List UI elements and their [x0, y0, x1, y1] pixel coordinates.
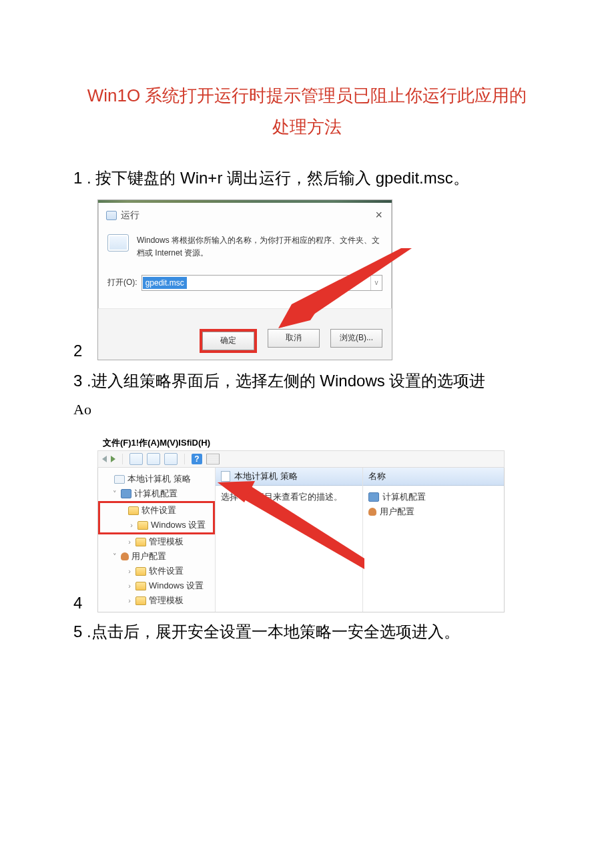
ok-button[interactable]: 确定 [202, 332, 254, 350]
list-header: 名称 [363, 468, 504, 486]
open-input-value: gpedit.msc [143, 277, 187, 289]
annotation-highlight-box: 软件设置 › Windows 设置 [98, 501, 215, 534]
chevron-down-icon[interactable]: v [370, 276, 382, 290]
expand-icon[interactable]: › [126, 567, 133, 575]
list-item-computer-config[interactable]: 计算机配置 [368, 490, 499, 504]
cancel-button[interactable]: 取消 [268, 329, 320, 348]
step-1-num: 1 [73, 169, 82, 187]
doc-icon [221, 471, 230, 482]
browse-button[interactable]: 浏览(B)... [330, 329, 382, 348]
toolbar-separator [122, 454, 123, 464]
tree-computer-config-label: 计算机配置 [134, 488, 178, 500]
figure-1-row: 2 运行 × Windows 将根据你所输入的名称，为你打开相应的程序、文件夹、… [73, 199, 541, 360]
expand-icon[interactable]: › [126, 538, 133, 546]
gpedit-toolbar: ? [97, 450, 505, 468]
tree-windows-settings-1-label: Windows 设置 [151, 519, 206, 531]
step-3-sub: Ao [73, 401, 541, 418]
tree-software-settings-2[interactable]: › 软件设置 [98, 564, 215, 578]
step-1: 1 . 按下键盘的 Win+r 调出运行，然后输入 gpedit.msc。 [73, 163, 541, 193]
gpedit-panes: 本地计算机 策略 ˅ 计算机配置 软件设置 [97, 468, 505, 612]
tree-windows-settings-1[interactable]: › Windows 设置 [100, 518, 213, 532]
run-program-icon [107, 234, 129, 252]
step-3-num: 3 [73, 372, 82, 390]
tree-admin-templates-2-label: 管理模板 [149, 594, 184, 606]
figure-2-row: 4 文件(F)1!作(A)M(V)ISfiD(H) ? [73, 437, 541, 612]
run-dialog: 运行 × Windows 将根据你所输入的名称，为你打开相应的程序、文件夹、文档… [97, 199, 392, 360]
collapse-icon[interactable]: ˅ [111, 552, 118, 561]
step-4-num: 4 [73, 594, 97, 612]
tree-user-config-label: 用户配置 [131, 550, 166, 562]
run-button-row: 确定 取消 浏览(B)... [98, 308, 392, 360]
tree-computer-config[interactable]: ˅ 计算机配置 [98, 486, 215, 501]
step-1-text: . 按下键盘的 Win+r 调出运行，然后输入 gpedit.msc。 [82, 169, 469, 187]
gpedit-detail-pane: 本地计算机 策略 选择一个项目来查看它的描述。 [215, 468, 362, 612]
tree-admin-templates-1-label: 管理模板 [149, 536, 184, 548]
toolbar-button-1[interactable] [129, 453, 143, 465]
collapse-icon[interactable]: ˅ [111, 490, 118, 498]
list-item-user-config-label: 用户配置 [380, 506, 414, 518]
toolbar-separator-2 [184, 454, 185, 464]
gpedit-list-pane: 名称 计算机配置 用户配置 [362, 468, 504, 612]
document-page: Win1O 系统打开运行时提示管理员已阻止你运行此应用的 处理方法 1 . 按下… [0, 0, 614, 647]
list-item-user-config[interactable]: 用户配置 [368, 504, 499, 519]
user-icon [121, 552, 129, 560]
folder-icon [128, 506, 139, 515]
help-icon[interactable]: ? [192, 454, 202, 464]
tree-admin-templates-2[interactable]: › 管理模板 [98, 593, 215, 608]
gpedit-menubar: 文件(F)1!作(A)M(V)ISfiD(H) [97, 437, 505, 449]
folder-icon [135, 567, 146, 576]
folder-icon [135, 538, 146, 546]
run-open-row: 打开(O): gpedit.msc v [107, 275, 382, 291]
step-5-num: 5 [73, 622, 82, 640]
toolbar-button-3[interactable] [164, 453, 178, 465]
step-5: 5 .点击后，展开安全设置一本地策略一安全选项进入。 [73, 616, 541, 647]
list-item-computer-config-label: 计算机配置 [382, 491, 426, 503]
back-icon[interactable] [102, 456, 107, 462]
run-dialog-desc-row: Windows 将根据你所输入的名称，为你打开相应的程序、文件夹、文档或 Int… [107, 234, 382, 260]
folder-icon [135, 582, 146, 590]
tree-admin-templates-1[interactable]: › 管理模板 [98, 534, 215, 549]
expand-icon[interactable] [105, 475, 111, 483]
step-3: 3 .进入组策略界面后，选择左侧的 Windows 设置的选项进 Ao [73, 366, 541, 419]
open-label: 打开(O): [107, 277, 137, 288]
detail-pane-header: 本地计算机 策略 [216, 468, 362, 486]
run-icon [106, 211, 117, 220]
run-dialog-body: Windows 将根据你所输入的名称，为你打开相应的程序、文件夹、文档或 Int… [98, 226, 392, 294]
run-dialog-title: 运行 [121, 209, 139, 222]
user-icon [368, 508, 376, 516]
folder-icon [135, 596, 146, 605]
detail-pane-text: 选择一个项目来查看它的描述。 [216, 486, 362, 508]
tree-software-settings-1[interactable]: 软件设置 [100, 503, 213, 518]
step-3-text: .进入组策略界面后，选择左侧的 Windows 设置的选项进 [82, 372, 485, 390]
toolbar-button-2[interactable] [147, 453, 160, 465]
document-title: Win1O 系统打开运行时提示管理员已阻止你运行此应用的 处理方法 [73, 80, 541, 143]
run-dialog-header: 运行 × [98, 203, 392, 226]
expand-icon[interactable]: › [126, 596, 133, 604]
list-view-icon[interactable] [206, 454, 220, 464]
run-dialog-description: Windows 将根据你所输入的名称，为你打开相应的程序、文件夹、文档或 Int… [137, 234, 382, 260]
title-line-2: 处理方法 [73, 111, 541, 143]
expand-icon[interactable]: › [126, 582, 133, 590]
tree-windows-settings-2[interactable]: › Windows 设置 [98, 578, 215, 593]
gpedit-window: ? 本地计算机 策略 ˅ 计算机配置 [97, 450, 505, 612]
figure-2: 文件(F)1!作(A)M(V)ISfiD(H) ? [97, 437, 505, 612]
policy-icon [114, 475, 125, 484]
step-2-num: 2 [73, 342, 97, 360]
open-input[interactable]: gpedit.msc v [141, 275, 382, 291]
list-body: 计算机配置 用户配置 [363, 486, 504, 523]
run-dialog-title-group: 运行 [106, 209, 139, 222]
computer-icon [121, 489, 131, 498]
tree-windows-settings-2-label: Windows 设置 [149, 580, 204, 592]
detail-pane-title: 本地计算机 策略 [234, 470, 298, 482]
close-icon[interactable]: × [374, 208, 384, 222]
folder-icon [137, 521, 148, 530]
computer-icon [368, 492, 379, 502]
ok-highlight-box: 确定 [200, 329, 257, 353]
tree-root-label: 本地计算机 策略 [127, 473, 191, 485]
tree-user-config[interactable]: ˅ 用户配置 [98, 549, 215, 564]
forward-icon[interactable] [111, 456, 115, 462]
expand-icon[interactable]: › [128, 521, 135, 529]
tree-software-settings-1-label: 软件设置 [141, 504, 176, 516]
tree-root[interactable]: 本地计算机 策略 [98, 472, 215, 486]
step-5-text: .点击后，展开安全设置一本地策略一安全选项进入。 [82, 622, 459, 640]
